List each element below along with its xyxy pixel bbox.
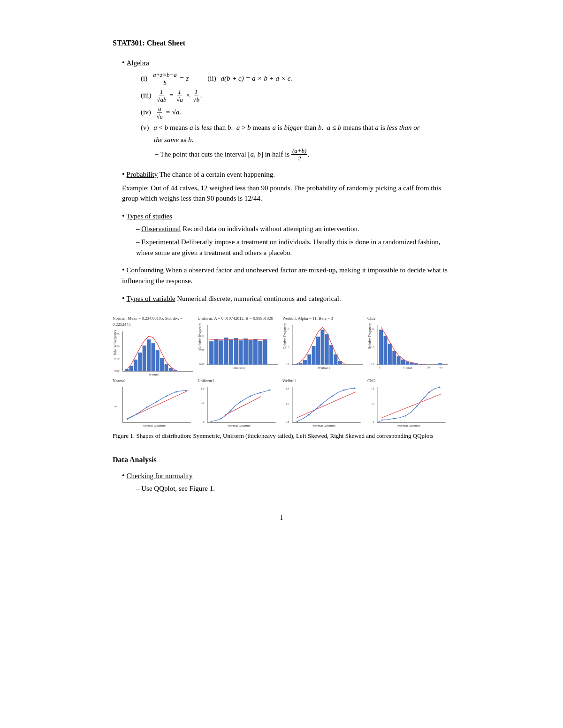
data-analysis-title: Data Analysis	[113, 454, 450, 465]
observational-item: Observational Record data on individuals…	[136, 224, 450, 234]
probability-label: Probability	[127, 171, 158, 178]
svg-text:1.4: 1.4	[286, 387, 289, 390]
svg-rect-45	[298, 363, 302, 365]
svg-text:10: 10	[371, 402, 374, 405]
svg-point-125	[393, 418, 395, 420]
data-analysis-list: Checking for normality Use QQplot, see F…	[122, 470, 450, 494]
svg-point-131	[379, 421, 380, 422]
algebra-formulas: (i) a+z×b−a b = z (ii) a(b + c) = a × b …	[141, 71, 450, 162]
algebra-item: Algebra (i) a+z×b−a b = z	[122, 57, 450, 162]
svg-rect-25	[214, 339, 218, 365]
svg-text:0.5: 0.5	[201, 401, 205, 404]
svg-point-97	[211, 421, 212, 422]
types-of-variable-text: Numerical discrete, numerical continuous…	[177, 295, 341, 302]
chart-uniform: Uniform: A = 0.010742012, B = 0.99981820…	[198, 315, 281, 376]
histogram-chi2-svg: Relative Frequency Chi2	[367, 323, 450, 369]
qqplot-item: Use QQplot, see Figure 1.	[136, 483, 450, 494]
svg-point-116	[354, 388, 356, 389]
chart-chi2: Chi2 Relative Frequency Chi2	[367, 315, 450, 376]
figure-area: Normal: Mean = 0.234.08105, Std. div. = …	[113, 315, 450, 441]
svg-text:Normal Quantile: Normal Quantile	[143, 424, 166, 427]
svg-point-114	[332, 396, 333, 397]
confounding-label: Confounding	[127, 266, 164, 274]
svg-rect-67	[401, 360, 405, 365]
svg-text:Uniform1: Uniform1	[232, 366, 246, 369]
svg-text:Normal Quantile: Normal Quantile	[397, 424, 420, 427]
histogram-weibull-svg: Relative Frequency Weibul 1 0.0	[282, 323, 365, 369]
svg-text:0.00: 0.00	[199, 363, 205, 366]
svg-rect-47	[307, 354, 311, 365]
svg-point-129	[439, 387, 441, 388]
page: STAT301: Cheat Sheet Algebra (i) a+z×b−a…	[70, 0, 493, 728]
svg-rect-11	[156, 350, 160, 371]
svg-point-103	[269, 390, 271, 391]
svg-point-127	[417, 405, 418, 407]
svg-rect-50	[320, 330, 324, 365]
algebra-sub-item: The point that cuts the interval [a, b] …	[155, 147, 450, 162]
svg-rect-28	[229, 339, 233, 365]
svg-text:0.0: 0.0	[371, 363, 374, 366]
svg-rect-52	[329, 345, 333, 365]
formula-row-v: (v) a < b means a is less than b. a > b …	[141, 122, 450, 133]
svg-rect-62	[379, 330, 383, 365]
qq-weibull-svg: Normal Quantile 0.8 1.1 1.4	[282, 385, 365, 427]
svg-rect-26	[219, 340, 223, 365]
formula-row-iv: (iv) a √a = √a.	[141, 105, 450, 120]
svg-point-88	[146, 407, 147, 408]
page-number: 1	[113, 513, 450, 523]
types-of-variable-item: Types of variable Numerical discrete, nu…	[122, 293, 450, 304]
svg-point-90	[166, 396, 167, 397]
figure-caption: Figure 1: Shapes of distribution: Symmet…	[113, 432, 450, 440]
chart-normal: Normal: Mean = 0.234.08105, Std. div. = …	[113, 315, 196, 376]
svg-text:0.10: 0.10	[114, 357, 120, 360]
svg-rect-46	[303, 360, 307, 365]
svg-text:Normal Quantile: Normal Quantile	[228, 424, 251, 427]
formula-ii: (ii) a(b + c) = a × b + a × c.	[207, 73, 292, 84]
svg-rect-65	[392, 351, 396, 365]
qq-normal: Normal y Normal Quantile	[113, 378, 196, 428]
qq-chi2-svg: Normal Quantile 0 10 18	[367, 385, 450, 427]
svg-text:1.0: 1.0	[201, 387, 205, 390]
svg-text:0.08: 0.08	[199, 348, 205, 351]
svg-rect-33	[253, 339, 258, 365]
formula-row-1: (i) a+z×b−a b = z (ii) a(b + c) = a × b …	[141, 71, 450, 86]
svg-point-101	[250, 396, 251, 397]
normality-sub-list: Use QQplot, see Figure 1.	[136, 483, 450, 494]
svg-rect-51	[325, 334, 329, 365]
qqplots-grid: Normal y Normal Quantile	[113, 378, 450, 428]
svg-text:0.20: 0.20	[114, 345, 120, 348]
svg-rect-5	[129, 366, 133, 371]
svg-rect-8	[143, 345, 146, 371]
svg-rect-64	[388, 344, 392, 365]
svg-point-124	[381, 420, 383, 421]
svg-rect-35	[263, 339, 267, 365]
formula-i: (i) a+z×b−a b = z	[141, 71, 189, 86]
svg-point-112	[308, 414, 310, 416]
svg-point-128	[428, 392, 430, 393]
formula-v-cont: the same as b.	[154, 135, 450, 145]
svg-text:0.0: 0.0	[286, 363, 289, 366]
svg-text:0: 0	[203, 420, 204, 423]
types-of-variable-label: Types of variable	[127, 295, 175, 302]
svg-rect-31	[243, 338, 248, 365]
svg-text:10: 10	[403, 366, 405, 369]
svg-rect-13	[164, 364, 168, 371]
qq-chi2: Chi2 Normal Quantile	[367, 378, 450, 428]
svg-rect-73	[438, 363, 442, 365]
svg-rect-6	[134, 360, 137, 371]
qq-weibull: Weibull Normal Quantile 0.8 1.1	[282, 378, 365, 428]
svg-point-126	[405, 415, 406, 417]
svg-point-99	[230, 410, 231, 412]
svg-text:0: 0	[373, 420, 374, 423]
svg-text:0.00: 0.00	[114, 369, 120, 372]
svg-rect-24	[209, 341, 213, 365]
svg-point-92	[185, 390, 187, 391]
svg-rect-49	[316, 337, 320, 365]
formula-row-iii: (iii) 1 √ab = 1 √a × 1	[141, 88, 450, 103]
svg-rect-14	[169, 368, 173, 371]
qq-uniform-svg: Normal Quantile 0 0.5 1.0	[198, 385, 281, 427]
svg-rect-63	[383, 336, 387, 365]
svg-rect-34	[258, 341, 262, 365]
svg-rect-10	[151, 343, 155, 371]
svg-text:0: 0	[379, 366, 380, 369]
